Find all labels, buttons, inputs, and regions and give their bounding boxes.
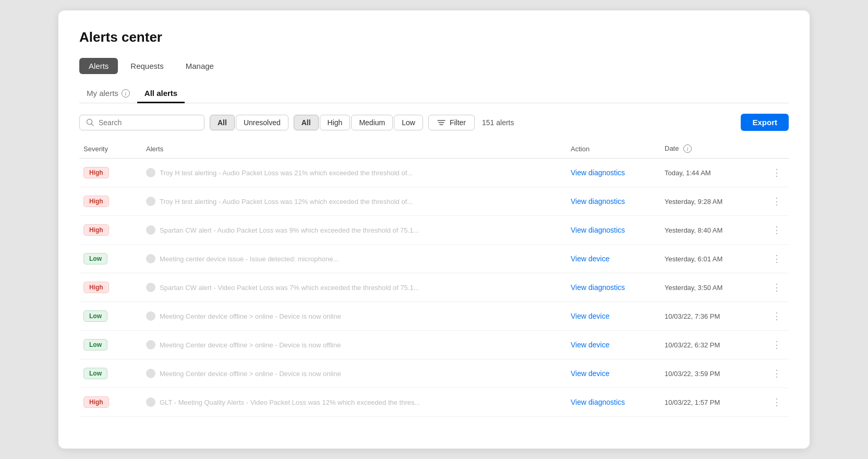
cell-date: 10/03/22, 7:36 PM	[660, 302, 765, 331]
search-box[interactable]	[79, 115, 204, 130]
filter-all-btn[interactable]: All	[210, 115, 235, 130]
table-header-row: Severity Alerts Action Date i	[79, 140, 789, 159]
action-link[interactable]: View device	[571, 369, 609, 378]
alert-text: Meeting Center device offline > online -…	[146, 340, 438, 349]
alert-text: Spartan CW alert - Audio Packet Loss was…	[146, 225, 438, 235]
search-input[interactable]	[99, 118, 198, 127]
cell-date: Today, 1:44 AM	[660, 159, 765, 187]
col-date: Date i	[660, 140, 765, 159]
action-link[interactable]: View device	[571, 341, 609, 349]
cell-action[interactable]: View diagnostics	[566, 273, 660, 302]
row-menu-button[interactable]: ⋮	[769, 165, 785, 180]
cell-action[interactable]: View diagnostics	[566, 187, 660, 216]
severity-high-btn[interactable]: High	[320, 115, 351, 130]
table-row: Low Meeting Center device offline > onli…	[79, 331, 789, 359]
row-menu-button[interactable]: ⋮	[769, 366, 785, 381]
cell-action[interactable]: View device	[566, 331, 660, 359]
alert-text: GLT - Meeting Quality Alerts - Video Pac…	[146, 397, 438, 407]
severity-all-btn[interactable]: All	[294, 115, 319, 130]
cell-severity: High	[79, 273, 142, 302]
cell-menu[interactable]: ⋮	[765, 388, 789, 417]
cell-menu[interactable]: ⋮	[765, 331, 789, 359]
cell-severity: High	[79, 388, 142, 417]
action-link[interactable]: View diagnostics	[571, 197, 625, 206]
table-row: High Troy H test alerting - Audio Packet…	[79, 187, 789, 216]
date-text: 10/03/22, 1:57 PM	[665, 398, 720, 406]
cell-menu[interactable]: ⋮	[765, 159, 789, 187]
alert-icon	[146, 311, 155, 321]
alert-description: Spartan CW alert - Video Packet Loss was…	[160, 284, 419, 292]
cell-severity: High	[79, 216, 142, 245]
row-menu-button[interactable]: ⋮	[769, 222, 785, 238]
alert-description: Meeting Center device offline > online -…	[160, 312, 341, 320]
tab-alerts[interactable]: Alerts	[79, 58, 118, 74]
severity-badge: Low	[83, 253, 107, 264]
alert-description: GLT - Meeting Quality Alerts - Video Pac…	[160, 398, 420, 406]
alert-description: Troy H test alerting - Audio Packet Loss…	[160, 169, 413, 177]
cell-action[interactable]: View device	[566, 359, 660, 388]
cell-severity: Low	[79, 331, 142, 359]
alert-text: Troy H test alerting - Audio Packet Loss…	[146, 168, 438, 177]
cell-severity: High	[79, 187, 142, 216]
export-button[interactable]: Export	[741, 114, 789, 131]
alerts-table-container[interactable]: Severity Alerts Action Date i High Troy …	[79, 140, 789, 417]
alert-icon	[146, 197, 155, 206]
severity-low-btn[interactable]: Low	[394, 115, 423, 130]
action-link[interactable]: View device	[571, 255, 609, 263]
alert-icon	[146, 340, 155, 349]
status-filter-group: All Unresolved	[210, 115, 288, 130]
cell-action[interactable]: View device	[566, 245, 660, 273]
col-menu	[765, 140, 789, 159]
cell-menu[interactable]: ⋮	[765, 359, 789, 388]
cell-menu[interactable]: ⋮	[765, 245, 789, 273]
action-link[interactable]: View diagnostics	[571, 398, 625, 406]
cell-menu[interactable]: ⋮	[765, 216, 789, 245]
table-row: Low Meeting Center device offline > onli…	[79, 359, 789, 388]
cell-alert: Spartan CW alert - Audio Packet Loss was…	[142, 216, 566, 245]
table-row: High GLT - Meeting Quality Alerts - Vide…	[79, 388, 789, 417]
alert-icon	[146, 283, 155, 292]
row-menu-button[interactable]: ⋮	[769, 251, 785, 267]
action-link[interactable]: View diagnostics	[571, 226, 625, 234]
action-link[interactable]: View diagnostics	[571, 168, 625, 177]
cell-date: 10/03/22, 1:57 PM	[660, 388, 765, 417]
row-menu-button[interactable]: ⋮	[769, 194, 785, 209]
cell-action[interactable]: View diagnostics	[566, 159, 660, 187]
action-link[interactable]: View device	[571, 312, 609, 320]
date-text: Yesterday, 3:50 AM	[665, 284, 722, 292]
advanced-filter-btn[interactable]: Filter	[428, 115, 475, 130]
cell-date: Yesterday, 6:01 AM	[660, 245, 765, 273]
my-alerts-info-icon[interactable]: i	[122, 89, 130, 98]
cell-action[interactable]: View device	[566, 302, 660, 331]
cell-date: Yesterday, 8:40 AM	[660, 216, 765, 245]
tab-manage[interactable]: Manage	[176, 58, 223, 74]
cell-action[interactable]: View diagnostics	[566, 216, 660, 245]
cell-menu[interactable]: ⋮	[765, 273, 789, 302]
sub-tab-all-alerts[interactable]: All alerts	[137, 84, 185, 103]
cell-severity: High	[79, 159, 142, 187]
date-info-icon[interactable]: i	[683, 144, 692, 153]
row-menu-button[interactable]: ⋮	[769, 394, 785, 410]
alert-text: Spartan CW alert - Video Packet Loss was…	[146, 283, 438, 292]
alert-text: Meeting Center device offline > online -…	[146, 311, 438, 321]
action-link[interactable]: View diagnostics	[571, 283, 625, 292]
cell-date: Yesterday, 3:50 AM	[660, 273, 765, 302]
cell-alert: GLT - Meeting Quality Alerts - Video Pac…	[142, 388, 566, 417]
row-menu-button[interactable]: ⋮	[769, 337, 785, 353]
table-row: High Spartan CW alert - Audio Packet Los…	[79, 216, 789, 245]
alert-text: Meeting center device issue - Issue dete…	[146, 254, 438, 263]
tab-requests[interactable]: Requests	[121, 58, 173, 74]
cell-menu[interactable]: ⋮	[765, 187, 789, 216]
cell-alert: Meeting Center device offline > online -…	[142, 359, 566, 388]
severity-medium-btn[interactable]: Medium	[351, 115, 393, 130]
cell-severity: Low	[79, 245, 142, 273]
cell-alert: Troy H test alerting - Audio Packet Loss…	[142, 187, 566, 216]
row-menu-button[interactable]: ⋮	[769, 308, 785, 324]
cell-menu[interactable]: ⋮	[765, 302, 789, 331]
row-menu-button[interactable]: ⋮	[769, 280, 785, 295]
filter-unresolved-btn[interactable]: Unresolved	[236, 115, 288, 130]
sub-tabs: My alerts i All alerts	[79, 84, 789, 103]
cell-action[interactable]: View diagnostics	[566, 388, 660, 417]
sub-tab-my-alerts[interactable]: My alerts i	[79, 84, 137, 103]
col-alerts: Alerts	[142, 140, 566, 159]
